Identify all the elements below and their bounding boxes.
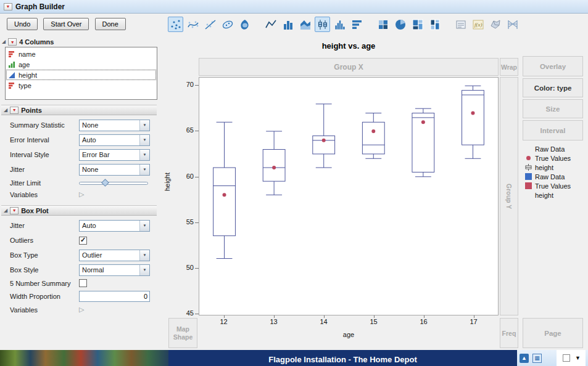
error-interval-row: Error Interval Auto ▼ <box>0 132 162 147</box>
y-tick-mark <box>195 177 199 177</box>
map-shapes-icon[interactable] <box>487 17 503 32</box>
box-type-dropdown[interactable]: Outlier ▼ <box>79 250 150 261</box>
chevron-down-icon: ▼ <box>139 250 149 261</box>
group-x-drop-zone[interactable]: Group X <box>199 58 499 76</box>
status-controls: ▼ <box>557 350 586 366</box>
chevron-down-icon: ▼ <box>139 221 149 231</box>
histogram-icon[interactable] <box>332 17 347 32</box>
legend-label: Raw Data <box>535 145 565 153</box>
dropdown-value: Normal <box>80 266 139 274</box>
jitter-limit-row: Jitter Limit <box>0 177 162 189</box>
size-drop-zone[interactable]: Size <box>523 99 583 118</box>
line-of-fit-icon[interactable] <box>202 17 218 32</box>
y-axis-label: height <box>164 173 171 191</box>
background-window-titlebar[interactable]: Flagpole Installation - The Home Depot <box>168 350 517 366</box>
line-chart-icon[interactable] <box>263 17 278 32</box>
slider-track <box>79 182 148 185</box>
disclosure-triangle-icon[interactable]: ▷ <box>79 190 84 198</box>
column-label: age <box>19 61 30 68</box>
start-over-button[interactable]: Start Over <box>43 18 89 30</box>
interval-drop-zone[interactable]: Interval <box>523 120 583 140</box>
outliers-checkbox[interactable]: ✓ <box>79 237 87 245</box>
collapse-triangle-icon[interactable]: ◢ <box>4 108 7 113</box>
ellipse-icon[interactable] <box>220 17 235 32</box>
chevron-down-icon[interactable]: ▼ <box>575 355 581 361</box>
boxplot-variables-row: Variables ▷ <box>0 304 162 315</box>
group-y-drop-zone[interactable]: Group Y <box>500 77 518 315</box>
svg-text:f(x): f(x) <box>474 22 482 28</box>
parallel-plot-icon[interactable] <box>505 17 520 32</box>
column-item-name[interactable]: name <box>6 49 156 59</box>
map-shape-drop-zone[interactable]: Map Shape <box>168 318 197 348</box>
points-jitter-dropdown[interactable]: None ▼ <box>79 164 150 176</box>
home-icon[interactable]: ▲ <box>520 354 529 363</box>
y-tick-label: 70 <box>175 81 194 88</box>
five-number-summary-checkbox[interactable] <box>79 279 87 287</box>
error-interval-dropdown[interactable]: Auto ▼ <box>79 134 150 146</box>
width-proportion-input[interactable] <box>79 291 150 302</box>
area-chart-icon[interactable] <box>297 17 313 32</box>
dropdown-value: Error Bar <box>80 151 139 158</box>
overlay-drop-zone[interactable]: Overlay <box>523 56 583 76</box>
box-type-row: Box Type Outlier ▼ <box>0 248 162 262</box>
pie-chart-icon[interactable] <box>392 17 408 32</box>
background-window-strip[interactable]: Flagpole Installation - The Home Depot ▲… <box>0 350 588 366</box>
background-window-title: Flagpole Installation - The Home Depot <box>268 355 417 364</box>
x-tick-label: 14 <box>317 318 331 325</box>
done-button[interactable]: Done <box>95 18 126 30</box>
width-proportion-row: Width Proportion <box>0 289 162 304</box>
boxplot-header-label: Box Plot <box>21 207 49 214</box>
grid-icon[interactable]: ▦ <box>532 354 542 363</box>
boxplot-section-header[interactable]: ◢ ▼ Box Plot <box>1 205 157 216</box>
disclosure-triangle-icon[interactable]: ▷ <box>79 306 84 314</box>
plot-area[interactable] <box>199 77 499 315</box>
column-item-height[interactable]: height <box>6 70 156 80</box>
x-axis-label: age <box>199 331 499 338</box>
summary-statistic-dropdown[interactable]: None ▼ <box>79 120 150 131</box>
interval-style-dropdown[interactable]: Error Bar ▼ <box>79 149 150 161</box>
status-checkbox[interactable] <box>563 354 570 362</box>
color-drop-zone[interactable]: Color: type <box>523 78 583 97</box>
summary-statistic-row: Summary Statistic None ▼ <box>0 118 162 132</box>
collapse-triangle-icon[interactable]: ◢ <box>4 208 7 213</box>
chevron-down-icon: ▼ <box>139 120 149 131</box>
nominal-column-icon <box>8 82 15 89</box>
red-triangle-menu-icon[interactable]: ▼ <box>10 107 19 114</box>
contour-icon[interactable] <box>237 17 252 32</box>
bar-chart-icon[interactable] <box>280 17 296 32</box>
undo-button[interactable]: Undo <box>7 18 38 30</box>
field-label: Box Type <box>10 251 79 259</box>
red-triangle-menu-icon[interactable]: ▼ <box>10 207 19 214</box>
points-jitter-row: Jitter None ▼ <box>0 162 162 177</box>
box-style-dropdown[interactable]: Normal ▼ <box>79 264 150 276</box>
column-item-type[interactable]: type <box>6 80 156 91</box>
bar-horizontal-icon[interactable] <box>349 17 365 32</box>
legend-spacer <box>525 192 532 198</box>
smoother-icon[interactable] <box>185 17 201 32</box>
box-plot-icon[interactable] <box>315 17 330 32</box>
formula-icon[interactable]: f(x) <box>470 17 486 32</box>
dropdown-value: None <box>80 121 139 129</box>
legend: Raw Data True Values height Raw Data Tru… <box>525 144 587 200</box>
heatmap-icon[interactable] <box>375 17 391 32</box>
red-triangle-menu-icon[interactable]: ▼ <box>8 38 17 46</box>
points-icon[interactable] <box>168 17 183 32</box>
wrap-drop-zone[interactable]: Wrap <box>500 58 518 76</box>
boxplot-jitter-dropdown[interactable]: Auto ▼ <box>79 220 150 232</box>
columns-list[interactable]: name age height type <box>5 47 157 100</box>
collapse-triangle-icon[interactable]: ◢ <box>2 39 6 44</box>
slider-thumb[interactable] <box>101 179 109 187</box>
jitter-limit-slider[interactable] <box>79 179 148 187</box>
freq-drop-zone[interactable]: Freq <box>500 318 518 348</box>
points-section-header[interactable]: ◢ ▼ Points <box>1 105 157 115</box>
column-item-age[interactable]: age <box>6 59 156 70</box>
y-tick-mark <box>195 268 199 269</box>
treemap-icon[interactable] <box>410 17 425 32</box>
red-triangle-menu-icon[interactable]: ▼ <box>4 3 12 10</box>
page-drop-zone[interactable]: Page <box>523 318 583 348</box>
y-tick-mark <box>195 85 199 86</box>
mosaic-icon[interactable] <box>427 17 442 32</box>
columns-panel-header[interactable]: ◢ ▼ 4 Columns <box>0 37 162 47</box>
element-type-toolbar: f(x) <box>168 17 531 32</box>
caption-box-icon[interactable] <box>453 17 468 32</box>
